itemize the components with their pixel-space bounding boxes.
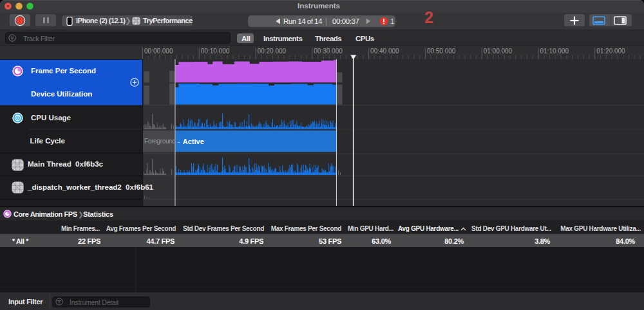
svg-text:01:20.000: 01:20.000: [596, 48, 625, 55]
svg-text:00:30.000: 00:30.000: [314, 48, 343, 55]
svg-text:01:10.000: 01:10.000: [540, 48, 569, 55]
svg-text:00:50.000: 00:50.000: [427, 48, 456, 55]
svg-text:-: -: [178, 138, 180, 145]
svg-text:00:20.000: 00:20.000: [258, 48, 287, 55]
svg-text:00:40.000: 00:40.000: [370, 48, 399, 55]
svg-text:00:10.000: 00:10.000: [201, 48, 230, 55]
svg-text:01:00.000: 01:00.000: [484, 48, 513, 55]
svg-text:Foreground: Foreground: [144, 138, 176, 145]
svg-text:00:00.000: 00:00.000: [144, 48, 173, 55]
svg-text:Active: Active: [183, 138, 204, 145]
